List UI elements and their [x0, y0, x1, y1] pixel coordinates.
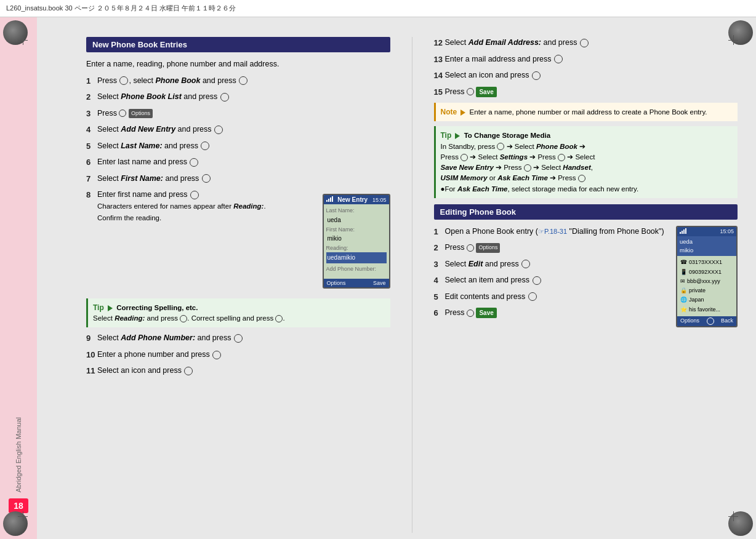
- step-14: 14 Select an icon and press: [434, 70, 738, 82]
- sidebar-text: Abridged English Manual: [15, 417, 22, 492]
- step-8: 8 Enter first name and press Characters …: [86, 189, 310, 223]
- tip-box-storage: Tip To Change Storage Media In Standby, …: [434, 126, 738, 198]
- section-title: New Phone Book Entries: [92, 40, 187, 49]
- note-label: Note: [441, 108, 457, 116]
- corner-tl: [0, 17, 31, 48]
- step-11: 11 Select an icon and press: [86, 365, 390, 377]
- sidebar: Abridged English Manual 18 18-30: [0, 17, 37, 539]
- phone-footer-right-2: Back: [721, 317, 733, 325]
- circle-btn-4: [214, 126, 223, 134]
- intro-text: Enter a name, reading, phone number and …: [86, 58, 390, 70]
- content-area: New Phone Book Entries Enter a name, rea…: [80, 31, 756, 539]
- edit-step-5: 5 Edit contents and press: [434, 291, 670, 303]
- phone-body-2: ☎ 031?3XXXX1 📱 090392XXX1 ✉ bbb@xxx.yyy …: [677, 256, 736, 316]
- step-9: 9 Select Add Phone Number: and press: [86, 332, 390, 345]
- phone-row-4: 🔒 private: [680, 286, 733, 295]
- circle-btn-e4: [533, 276, 541, 285]
- phone-header-1: New Entry 15:05: [324, 195, 389, 204]
- phone-footer-right-1: Save: [373, 280, 386, 286]
- phone-title-1: New Entry: [337, 196, 368, 203]
- phone-row-5: 🌐 Japan: [680, 295, 733, 305]
- field-reading-val: uedamikio: [326, 252, 387, 263]
- note-arrow: [460, 110, 465, 116]
- field-lastname-label: Last Name:: [326, 206, 387, 215]
- editing-steps: 1 Open a Phone Book entry (☞P.18-31 "Dia…: [434, 226, 670, 327]
- step-10: 10 Enter a phone number and press: [86, 349, 390, 361]
- circle-btn-1: [119, 76, 128, 85]
- corner-br: [725, 508, 756, 539]
- circle-btn-8: [190, 191, 199, 199]
- field-firstname-val: mikio: [326, 234, 387, 244]
- phone-val-3: bbb@xxx.yyy: [687, 277, 720, 286]
- column-divider: [412, 37, 412, 533]
- circle-btn-14: [532, 71, 541, 80]
- phone-footer-left-1: Options: [327, 280, 346, 286]
- note-text: Enter a name, phone number or mail addre…: [470, 108, 707, 116]
- steps-12-15: 12 Select Add Email Address: and press 1…: [434, 37, 738, 98]
- phone-val-2: 090392XXX1: [689, 268, 722, 277]
- top-bar: L260_insatsu.book 30 ページ ２０５年８月２４日 水曜日 午…: [0, 0, 756, 17]
- phone-val-1: 031?3XXXX1: [689, 258, 722, 267]
- save-badge-e6: Save: [476, 308, 496, 318]
- step-15: 15 Press Save: [434, 86, 738, 98]
- step-6: 6 Enter last name and press: [86, 156, 390, 169]
- phone-name2: mikio: [680, 246, 734, 255]
- circle-btn-e3: [521, 260, 530, 268]
- circle-btn-12: [580, 39, 589, 47]
- phone-screen-1: New Entry 15:05 Last Name: ueda First Na…: [323, 194, 390, 289]
- edit-step-4: 4 Select an item and press: [434, 274, 670, 287]
- tip-arrow-2: [455, 133, 460, 139]
- step-2: 2 Select Phone Book List and press: [86, 91, 390, 103]
- phone-row-1: ☎ 031?3XXXX1: [680, 258, 733, 267]
- top-bar-text: L260_insatsu.book 30 ページ ２０５年８月２４日 水曜日 午…: [6, 4, 236, 13]
- save-badge-15: Save: [476, 87, 496, 97]
- step-1: 1 Press , select Phone Book and press: [86, 75, 390, 87]
- tip-title-2: To Change Storage Media: [464, 132, 550, 139]
- phone-val-5: Japan: [689, 295, 704, 305]
- corner-tr: [725, 17, 756, 48]
- phone-val-6: his favorite...: [689, 305, 720, 314]
- step-3: 3 Press Options: [86, 108, 390, 120]
- phone-footer-2: Options Back: [677, 316, 736, 326]
- editing-header: Editing Phone Book: [434, 204, 738, 220]
- tip-label-1: Tip: [93, 303, 104, 312]
- circle-btn-15: [467, 88, 474, 95]
- phone-val-4: private: [689, 286, 706, 295]
- tip-label-2: Tip: [441, 131, 452, 140]
- left-column: New Phone Book Entries Enter a name, rea…: [86, 37, 396, 533]
- tip-box-spelling: Tip Correcting Spelling, etc. Select Rea…: [86, 298, 390, 328]
- phone-time-1: 15:05: [372, 197, 387, 203]
- phone-name1: ueda: [680, 238, 734, 246]
- step-12: 12 Select Add Email Address: and press: [434, 37, 738, 49]
- circle-btn-6: [190, 158, 198, 167]
- circle-btn-5: [201, 142, 209, 150]
- step-8-container: 8 Enter first name and press Characters …: [86, 189, 390, 293]
- field-firstname-label: First Name:: [326, 225, 387, 234]
- circle-btn-e6: [467, 309, 474, 317]
- phone-row-2: 📱 090392XXX1: [680, 268, 733, 277]
- tip-circle-1: [180, 315, 187, 322]
- right-column: 12 Select Add Email Address: and press 1…: [428, 37, 738, 533]
- editing-content: 1 Open a Phone Book entry (☞P.18-31 "Dia…: [434, 226, 738, 327]
- circle-btn-13: [554, 55, 563, 63]
- tip-text-1: Select Reading: and press . Correct spel…: [93, 314, 285, 322]
- edit-step-6: 6 Press Save: [434, 307, 670, 319]
- circle-btn-1b: [239, 76, 247, 85]
- circle-btn-7: [202, 174, 211, 183]
- phone-row-3: ✉ bbb@xxx.yyy: [680, 277, 733, 286]
- new-phone-book-header: New Phone Book Entries: [86, 37, 390, 52]
- tip-storage-text: In Standby, press ➔ Select Phone Book ➔ …: [441, 143, 639, 193]
- circle-btn-e2: [467, 244, 474, 252]
- step-5: 5 Select Last Name: and press: [86, 140, 390, 153]
- phone-name-area: ueda mikio: [677, 236, 736, 257]
- phone-header-2: 15:05: [677, 227, 736, 236]
- edit-step-1: 1 Open a Phone Book entry (☞P.18-31 "Dia…: [434, 226, 670, 238]
- circle-btn-e5: [528, 292, 537, 301]
- circle-btn-9: [234, 334, 243, 343]
- field-reading-label: Reading:: [326, 244, 387, 252]
- editing-title: Editing Phone Book: [440, 207, 517, 217]
- step-4: 4 Select Add New Entry and press: [86, 124, 390, 136]
- phone-footer-left-2: Options: [680, 317, 699, 325]
- step-13: 13 Enter a mail address and press: [434, 54, 738, 66]
- tip-arrow-1: [108, 305, 113, 311]
